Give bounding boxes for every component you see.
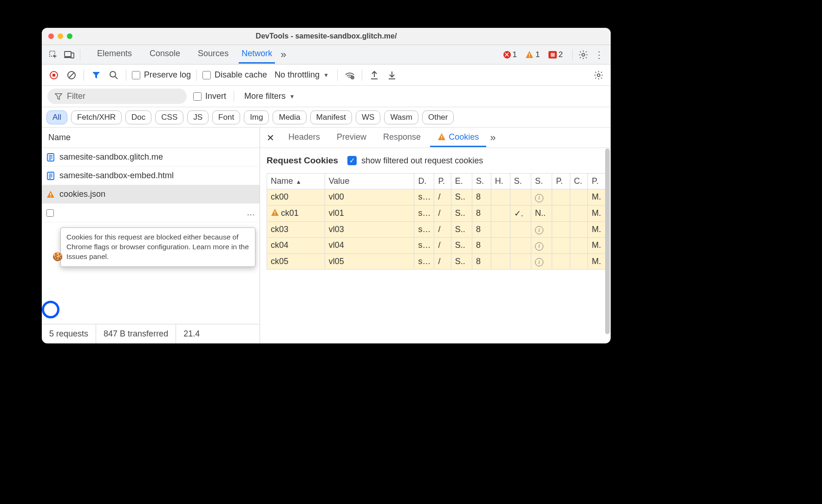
filter-input[interactable]: Filter [47,89,187,104]
more-tabs-button[interactable]: » [281,49,286,61]
warning-icon [271,208,279,217]
request-name: samesite-sandbox-embed.html [59,171,174,181]
row-checkbox[interactable] [46,209,54,217]
record-button[interactable] [47,69,60,82]
cookie-cell [510,189,531,206]
filter-chip-manifest[interactable]: Manifest [310,110,352,124]
cookie-row[interactable]: ck04vl04s…/S..8iM. [267,238,606,254]
issues-count[interactable]: ▦ 2 [548,50,563,59]
settings-icon[interactable] [577,49,589,61]
request-name: samesite-sandbox.glitch.me [59,152,163,162]
cookie-cell: ck00 [267,189,325,206]
search-icon[interactable] [107,69,120,82]
cookie-col-header[interactable]: Name▲ [267,174,325,189]
preserve-log-label: Preserve log [144,70,191,80]
tab-elements[interactable]: Elements [90,45,139,64]
panel-tab-preview[interactable]: Preview [329,129,374,147]
show-filtered-checkbox[interactable]: ✓ show filtered out request cookies [347,156,483,166]
cookie-col-header[interactable]: S. [531,174,552,189]
filter-chip-js[interactable]: JS [187,110,209,124]
cookie-col-header[interactable]: P. [588,174,606,189]
disable-cache-checkbox[interactable]: Disable cache [202,70,267,80]
cookie-cell [491,189,510,206]
request-row[interactable]: samesite-sandbox-embed.html [42,167,260,185]
cookie-col-header[interactable]: S. [510,174,531,189]
filter-chip-fetch-xhr[interactable]: Fetch/XHR [71,110,122,124]
minimize-window-button[interactable] [58,33,63,39]
inspect-element-icon[interactable] [47,49,59,61]
tab-console[interactable]: Console [142,45,188,64]
filter-chip-font[interactable]: Font [212,110,240,124]
filter-chip-css[interactable]: CSS [155,110,183,124]
svg-rect-19 [274,214,275,215]
filter-toggle-icon[interactable] [90,69,103,82]
cookie-col-header[interactable]: Value [325,174,414,189]
request-row[interactable]: cookies.json [42,185,260,204]
cookie-cell: i [531,221,552,238]
network-settings-icon[interactable] [592,69,605,82]
device-toolbar-icon[interactable] [63,49,75,61]
panel-tab-response[interactable]: Response [376,129,428,147]
maximize-window-button[interactable] [67,33,72,39]
titlebar: DevTools - samesite-sandbox.glitch.me/ [42,28,611,45]
cookie-cell: 8 [472,253,491,270]
cookie-cell: i [531,189,552,206]
cookie-cell: M. [588,221,606,238]
panel-tab-cookies[interactable]: Cookies [430,129,486,147]
cookie-col-header[interactable]: H. [491,174,510,189]
cookie-row[interactable]: ck05vl05s…/S..8iM. [267,253,606,270]
cookie-cell: M. [588,238,606,254]
network-conditions-icon[interactable] [343,69,356,82]
invert-checkbox[interactable]: Invert [193,91,226,101]
filter-chip-ws[interactable]: WS [356,110,380,124]
cookie-row[interactable]: ck00vl00s…/S..8iM. [267,189,606,206]
cookie-cell [510,238,531,254]
name-column-header[interactable]: Name [42,128,260,148]
request-row[interactable]: samesite-sandbox.glitch.me [42,148,260,167]
kebab-menu-icon[interactable]: ⋮ [593,49,605,61]
svg-rect-15 [50,196,51,197]
close-details-button[interactable]: ✕ [262,132,279,143]
request-row[interactable]: … [42,204,260,222]
cookie-col-header[interactable]: P. [552,174,570,189]
filter-chip-media[interactable]: Media [273,110,306,124]
cookie-cell: ck05 [267,253,325,270]
cookie-cell: ck03 [267,221,325,238]
clear-button[interactable] [65,69,78,82]
tab-network[interactable]: Network [239,45,275,64]
chevron-down-icon: ▼ [323,72,329,78]
cookie-row[interactable]: ck01vl01s…/S..8✓.N..M. [267,205,606,221]
tab-sources[interactable]: Sources [190,45,236,64]
filter-chip-other[interactable]: Other [422,110,454,124]
cookie-col-header[interactable]: P. [434,174,451,189]
request-count: 5 requests [42,324,96,343]
svg-rect-4 [529,56,530,57]
filter-chip-img[interactable]: Img [244,110,269,124]
more-panel-tabs-button[interactable]: » [490,132,496,144]
cookie-col-header[interactable]: S. [472,174,491,189]
cookie-cell: / [434,205,451,221]
export-har-icon[interactable] [368,69,381,82]
error-count[interactable]: ✕ 1 [503,50,517,59]
cookie-cell: S.. [451,189,472,206]
panel-tab-headers[interactable]: Headers [281,129,327,147]
cookie-cell: i [531,238,552,254]
svg-rect-18 [274,211,275,213]
import-har-icon[interactable] [385,69,398,82]
filter-chip-wasm[interactable]: Wasm [384,110,418,124]
filter-chip-doc[interactable]: Doc [125,110,151,124]
cookie-col-header[interactable]: E. [451,174,472,189]
close-window-button[interactable] [48,33,54,39]
throttling-select[interactable]: No throttling▼ [272,70,332,80]
cookie-cell [552,238,570,254]
preserve-log-checkbox[interactable]: Preserve log [132,70,191,80]
more-filters-dropdown[interactable]: More filters▼ [241,91,298,101]
scrollbar-thumb[interactable] [605,149,610,334]
filter-chip-all[interactable]: All [46,110,67,124]
cookie-row[interactable]: ck03vl03s…/S..8iM. [267,221,606,238]
cookie-cell [552,189,570,206]
warning-count[interactable]: 1 [525,50,540,59]
cookie-cell [510,253,531,270]
cookie-col-header[interactable]: C. [570,174,588,189]
cookie-col-header[interactable]: D. [414,174,434,189]
